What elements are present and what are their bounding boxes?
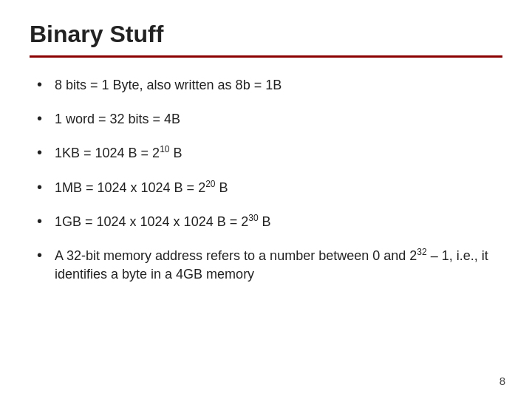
page-number: 8 [499,375,505,387]
bullet-text-2: 1 word = 32 bits = 4B [55,110,502,129]
bullet-dot-1: • [37,74,50,95]
bullet-dot-2: • [37,108,50,129]
bullet-dot-3: • [37,142,50,163]
slide-content: • 8 bits = 1 Byte, also written as 8b = … [30,74,502,284]
bullet-5-prefix: 1GB = 1024 x 1024 x 1024 B = 2 [55,214,248,229]
bullet-3-suffix: B [169,146,182,160]
bullet-dot-4: • [37,177,50,197]
slide: Binary Stuff • 8 bits = 1 Byte, also wri… [0,0,532,399]
bullet-text-6: A 32-bit memory address refers to a numb… [55,246,502,284]
bullet-item-5: • 1GB = 1024 x 1024 x 1024 B = 230 B [37,211,502,231]
bullet-item-2: • 1 word = 32 bits = 4B [37,108,502,129]
bullet-4-suffix: B [216,180,228,195]
bullet-5-suffix: B [259,214,271,229]
bullet-item-4: • 1MB = 1024 x 1024 B = 220 B [37,177,502,197]
slide-title: Binary Stuff [30,21,502,48]
bullet-5-sup: 30 [248,213,258,223]
bullet-4-sup: 20 [205,179,215,189]
bullet-6-prefix: A 32-bit memory address refers to a numb… [55,248,417,263]
bullet-item-6: • A 32-bit memory address refers to a nu… [37,245,502,284]
bullet-4-prefix: 1MB = 1024 x 1024 B = 2 [55,180,205,195]
bullet-text-5: 1GB = 1024 x 1024 x 1024 B = 230 B [55,212,502,231]
title-divider [30,55,502,58]
bullet-item-3: • 1KB = 1024 B = 210 B [37,142,502,163]
bullet-3-prefix: 1KB = 1024 B = 2 [55,146,160,160]
bullet-dot-5: • [37,211,50,231]
bullet-dot-6: • [37,245,50,265]
bullet-text-3: 1KB = 1024 B = 210 B [55,143,502,163]
bullet-item-1: • 8 bits = 1 Byte, also written as 8b = … [37,74,502,95]
bullet-3-sup: 10 [160,144,169,154]
bullet-6-sup: 32 [417,247,426,257]
bullet-text-4: 1MB = 1024 x 1024 B = 220 B [55,178,502,197]
bullet-text-1: 8 bits = 1 Byte, also written as 8b = 1B [55,76,502,95]
